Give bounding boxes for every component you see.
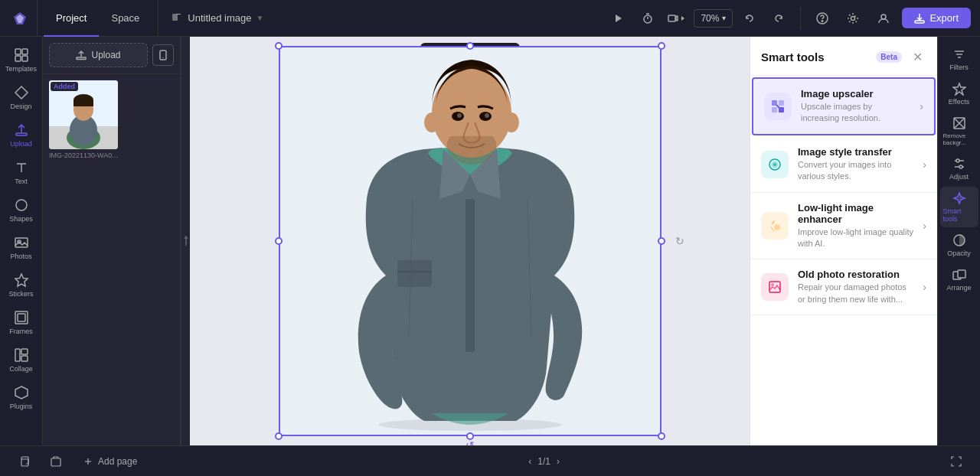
rotate-handle[interactable]: ↺ bbox=[464, 439, 476, 445]
person-illustration bbox=[279, 46, 662, 436]
sidebar-item-frames[interactable]: Frames bbox=[5, 305, 38, 340]
handle-bottom-right[interactable] bbox=[658, 432, 665, 440]
svg-rect-64 bbox=[772, 100, 777, 106]
sidebar-item-design[interactable]: Design bbox=[5, 80, 38, 115]
svg-rect-53 bbox=[466, 199, 475, 352]
sidebar-item-upload[interactable]: Upload bbox=[5, 118, 38, 152]
timer-btn[interactable] bbox=[635, 6, 660, 31]
paste-btn[interactable] bbox=[44, 453, 67, 470]
handle-top-middle[interactable] bbox=[466, 42, 474, 50]
tab-project[interactable]: Project bbox=[44, 0, 99, 37]
svg-rect-15 bbox=[915, 21, 924, 23]
device-preview-btn[interactable] bbox=[665, 6, 689, 31]
svg-rect-87 bbox=[21, 459, 28, 466]
page-prev-btn[interactable]: ‹ bbox=[528, 456, 531, 467]
svg-point-13 bbox=[851, 16, 855, 20]
svg-point-24 bbox=[16, 200, 27, 210]
svg-rect-34 bbox=[77, 57, 86, 60]
copy-icon bbox=[18, 456, 29, 467]
handle-top-right[interactable] bbox=[658, 42, 665, 50]
svg-rect-29 bbox=[18, 314, 25, 321]
mobile-preview-btn[interactable] bbox=[152, 44, 174, 66]
right-item-adjust[interactable]: Adjust bbox=[940, 152, 978, 185]
svg-marker-20 bbox=[15, 86, 28, 99]
help-btn[interactable] bbox=[810, 6, 835, 31]
sidebar-item-photos[interactable]: Photos bbox=[5, 230, 38, 265]
right-item-filters[interactable]: Filters bbox=[940, 43, 978, 76]
tool-info-3: Low-light image enhancer Improve low-lig… bbox=[798, 202, 913, 250]
svg-point-61 bbox=[485, 113, 489, 118]
handle-middle-right[interactable] bbox=[658, 237, 665, 245]
svg-rect-43 bbox=[74, 100, 93, 106]
right-item-arrange[interactable]: Arrange bbox=[940, 263, 978, 296]
svg-rect-3 bbox=[176, 14, 181, 15]
svg-rect-88 bbox=[51, 458, 60, 466]
frames-icon bbox=[14, 310, 29, 325]
file-name-dropdown[interactable]: Untitled image ▼ bbox=[165, 12, 270, 24]
undo-btn[interactable] bbox=[737, 6, 762, 31]
sidebar-item-stickers[interactable]: Stickers bbox=[5, 268, 38, 302]
tool-photo-restoration[interactable]: Old photo restoration Repair your damage… bbox=[750, 259, 937, 315]
tool-desc-3: Improve low-light image quality with AI. bbox=[798, 227, 913, 250]
handle-top-left[interactable] bbox=[275, 42, 283, 50]
sidebar-item-collage[interactable]: Collage bbox=[5, 343, 38, 377]
svg-point-56 bbox=[424, 112, 439, 132]
panel-content: Added bbox=[43, 74, 180, 445]
file-icon bbox=[171, 12, 183, 24]
svg-point-60 bbox=[457, 113, 462, 118]
svg-rect-32 bbox=[21, 356, 28, 361]
beta-badge: Beta bbox=[876, 51, 902, 63]
play-mode-btn[interactable] bbox=[606, 6, 631, 31]
svg-point-12 bbox=[822, 20, 824, 21]
zoom-control[interactable]: 70% ▾ bbox=[694, 9, 733, 28]
page-next-btn[interactable]: › bbox=[557, 456, 560, 467]
close-panel-btn[interactable]: ✕ bbox=[908, 47, 926, 66]
tool-image-upscaler[interactable]: Image upscaler Upscale images by increas… bbox=[752, 77, 936, 135]
sidebar-item-text[interactable]: Text bbox=[5, 155, 38, 190]
svg-rect-8 bbox=[668, 15, 675, 21]
svg-marker-76 bbox=[953, 83, 965, 95]
account-btn[interactable] bbox=[871, 6, 896, 31]
filters-icon bbox=[952, 47, 966, 61]
upload-btn[interactable]: Upload bbox=[49, 43, 148, 67]
sidebar-item-templates[interactable]: Templates bbox=[5, 43, 38, 77]
tool-style-transfer[interactable]: Image style transfer Convert your images… bbox=[750, 137, 937, 193]
right-item-effects[interactable]: Effects bbox=[940, 77, 978, 110]
svg-rect-62 bbox=[397, 260, 432, 287]
copy-btn[interactable] bbox=[12, 453, 35, 470]
svg-point-83 bbox=[959, 165, 962, 168]
tool-info-4: Old photo restoration Repair your damage… bbox=[798, 269, 913, 305]
effects-icon bbox=[952, 82, 966, 96]
right-item-remove-bg[interactable]: Remove backgr... bbox=[940, 112, 978, 151]
plugins-icon bbox=[14, 385, 29, 400]
tab-space[interactable]: Space bbox=[99, 0, 152, 37]
canvas-frame[interactable]: ↺ ↻ bbox=[279, 46, 662, 436]
add-page-btn[interactable]: Add page bbox=[77, 453, 143, 470]
panel-collapse-handle[interactable] bbox=[181, 37, 190, 445]
tool-arrow-2: › bbox=[923, 158, 926, 171]
added-badge: Added bbox=[51, 82, 78, 91]
sidebar-item-plugins[interactable]: Plugins bbox=[5, 380, 38, 415]
uploaded-item[interactable]: Added bbox=[49, 80, 118, 159]
svg-point-70 bbox=[774, 224, 780, 230]
canvas-controls: 70% ▾ bbox=[606, 6, 791, 31]
export-btn[interactable]: Export bbox=[902, 8, 971, 28]
upscaler-icon bbox=[764, 93, 792, 120]
redo-btn[interactable] bbox=[766, 6, 791, 31]
handle-middle-left[interactable] bbox=[275, 237, 283, 245]
right-item-smart-tools[interactable]: Smart tools bbox=[940, 187, 978, 227]
smart-tools-panel: Smart tools Beta ✕ Image upscaler Upscal… bbox=[750, 37, 937, 445]
remove-bg-icon bbox=[952, 116, 966, 130]
right-item-opacity[interactable]: Opacity bbox=[940, 229, 978, 262]
svg-point-69 bbox=[773, 163, 776, 166]
settings-btn[interactable] bbox=[841, 6, 865, 31]
fullscreen-btn[interactable] bbox=[945, 453, 968, 470]
canvas-refresh-icon[interactable]: ↻ bbox=[675, 235, 684, 247]
svg-point-14 bbox=[881, 15, 886, 19]
paste-icon bbox=[51, 456, 61, 467]
bottom-bar: Add page ‹ 1/1 › bbox=[0, 445, 980, 476]
sidebar-item-shapes[interactable]: Shapes bbox=[5, 193, 38, 227]
svg-rect-30 bbox=[15, 349, 20, 361]
handle-bottom-left[interactable] bbox=[275, 432, 283, 440]
tool-low-light[interactable]: Low-light image enhancer Improve low-lig… bbox=[750, 193, 937, 260]
